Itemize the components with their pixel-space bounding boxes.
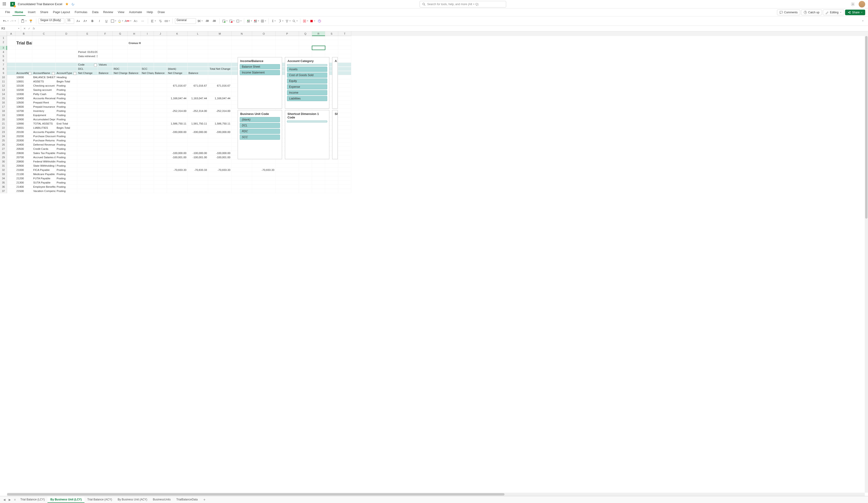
sheet-list-button[interactable]: ≡ xyxy=(13,498,17,501)
cell[interactable] xyxy=(208,160,231,164)
cell[interactable] xyxy=(128,151,141,155)
cell[interactable] xyxy=(231,36,252,40)
cell[interactable] xyxy=(32,50,56,54)
format-painter-button[interactable] xyxy=(28,18,34,24)
cell[interactable] xyxy=(141,177,154,180)
cell[interactable] xyxy=(312,164,325,168)
slicer-item[interactable]: (blank) xyxy=(240,117,280,122)
cell[interactable] xyxy=(98,92,113,96)
cell[interactable] xyxy=(312,189,325,193)
row-header[interactable]: 28 xyxy=(0,151,7,155)
cell[interactable] xyxy=(312,168,325,172)
cell[interactable] xyxy=(325,46,338,50)
cell[interactable] xyxy=(32,63,56,67)
cell[interactable]: Posting xyxy=(56,185,77,189)
cell[interactable] xyxy=(113,168,128,172)
cell[interactable] xyxy=(7,101,16,104)
cell[interactable] xyxy=(299,177,312,180)
cell[interactable] xyxy=(338,151,351,155)
cell[interactable]: TOTAL ASSETS xyxy=(32,122,56,126)
col-header-J[interactable]: J xyxy=(154,31,167,36)
cell[interactable]: -330,000.00 xyxy=(188,130,208,134)
cell[interactable]: 20700 xyxy=(16,155,32,159)
cell[interactable] xyxy=(167,50,188,54)
cell[interactable] xyxy=(98,139,113,142)
cell[interactable]: 10900 xyxy=(16,118,32,121)
cell[interactable] xyxy=(338,88,351,92)
cell[interactable] xyxy=(154,88,167,92)
cell[interactable] xyxy=(141,76,154,79)
cell[interactable] xyxy=(167,36,188,40)
cell[interactable] xyxy=(7,84,16,88)
cell[interactable] xyxy=(7,40,16,46)
cell[interactable] xyxy=(7,97,16,100)
cell[interactable] xyxy=(7,50,16,54)
cell[interactable] xyxy=(77,130,98,134)
cell[interactable] xyxy=(252,46,276,50)
cell[interactable] xyxy=(154,63,167,67)
slicer-item[interactable]: Income Statement xyxy=(240,70,280,75)
cell[interactable]: Begin-Total xyxy=(56,126,77,130)
cell[interactable]: -70,833.33 xyxy=(208,168,231,172)
cell[interactable]: -252,314.00 xyxy=(188,109,208,113)
currency-button[interactable]: $€ xyxy=(197,18,203,24)
align-button[interactable] xyxy=(151,18,156,24)
cell[interactable]: Posting xyxy=(56,101,77,104)
cell[interactable] xyxy=(299,46,312,50)
cell[interactable]: 21000 xyxy=(16,168,32,172)
cell[interactable] xyxy=(299,172,312,176)
slicer-account-category[interactable]: Account Category Assets Cost of Goods So… xyxy=(285,57,329,109)
cell[interactable] xyxy=(338,84,351,88)
cell[interactable]: Posting xyxy=(56,172,77,176)
cell[interactable]: 20500 xyxy=(16,147,32,151)
cell[interactable] xyxy=(208,105,231,109)
sheet-nav-next[interactable]: ▶ xyxy=(7,498,12,501)
cell[interactable] xyxy=(141,92,154,96)
cell[interactable] xyxy=(167,126,188,130)
col-header-L[interactable]: L xyxy=(188,31,208,36)
cell[interactable] xyxy=(7,177,16,180)
sheet-tab[interactable]: BusinessUnits xyxy=(150,496,174,503)
cell[interactable] xyxy=(252,185,276,189)
cell[interactable] xyxy=(231,168,252,172)
cell[interactable] xyxy=(7,172,16,176)
cell[interactable]: 20900 xyxy=(16,164,32,168)
slicer-item[interactable]: Expense xyxy=(287,84,327,89)
cell[interactable] xyxy=(98,50,113,54)
cell[interactable] xyxy=(56,54,77,58)
cell[interactable] xyxy=(128,155,141,159)
cell[interactable]: 10100 xyxy=(16,84,32,88)
cell[interactable] xyxy=(276,181,299,185)
col-header-M[interactable]: M xyxy=(208,31,231,36)
cell[interactable] xyxy=(77,143,98,147)
cell[interactable] xyxy=(7,36,16,40)
cell[interactable] xyxy=(77,181,98,185)
copilot-button[interactable] xyxy=(317,18,322,24)
cell[interactable] xyxy=(338,101,351,104)
cell[interactable] xyxy=(338,109,351,113)
cell[interactable] xyxy=(312,160,325,164)
cell[interactable]: Inventory xyxy=(32,109,56,113)
cell[interactable] xyxy=(167,59,188,62)
cell[interactable] xyxy=(167,143,188,147)
cell[interactable] xyxy=(141,109,154,113)
cell[interactable] xyxy=(154,134,167,138)
cell[interactable] xyxy=(113,181,128,185)
user-avatar[interactable] xyxy=(859,1,865,8)
cell[interactable] xyxy=(113,155,128,159)
cell[interactable] xyxy=(113,88,128,92)
cell[interactable] xyxy=(167,101,188,104)
cell[interactable] xyxy=(188,118,208,121)
cell[interactable] xyxy=(208,88,231,92)
cell[interactable]: Accounts Receivabl xyxy=(32,97,56,100)
cell[interactable] xyxy=(141,155,154,159)
cell[interactable]: -330,000.00 xyxy=(167,130,188,134)
cell[interactable]: 21400 xyxy=(16,185,32,189)
row-header[interactable]: 15 xyxy=(0,97,7,101)
cell[interactable] xyxy=(113,109,128,113)
number-format-select[interactable]: General xyxy=(175,18,196,24)
cell[interactable]: Code xyxy=(77,63,98,67)
cell[interactable]: 671,016.67 xyxy=(188,84,208,88)
paste-button[interactable] xyxy=(21,18,27,24)
cell[interactable]: 21300 xyxy=(16,181,32,185)
